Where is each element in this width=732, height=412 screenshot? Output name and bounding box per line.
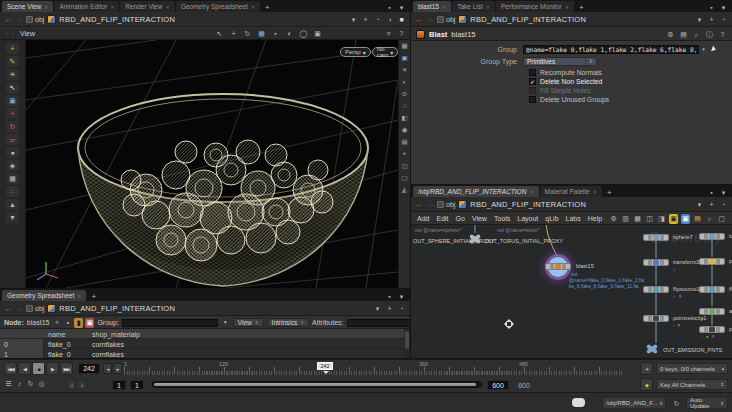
close-icon[interactable]: ✕ xyxy=(251,4,255,10)
context-badge[interactable]: obj xyxy=(437,201,455,208)
no-cam-button[interactable]: No cam▾ xyxy=(372,47,398,57)
pin-icon[interactable]: + xyxy=(707,199,716,209)
color-palette-icon[interactable]: ▣ xyxy=(669,214,678,224)
node-flag[interactable] xyxy=(550,264,554,269)
keys-info-box[interactable]: 0 keys, 0/0 channels▴ xyxy=(656,363,728,374)
next-frame-button[interactable]: ▸ xyxy=(113,363,122,374)
pane-menu-icon[interactable]: ▾ xyxy=(719,187,728,197)
context-badge[interactable]: obj xyxy=(437,16,455,23)
forward-icon[interactable]: → xyxy=(426,200,434,209)
close-icon[interactable]: ✕ xyxy=(593,189,597,195)
select-geometry-icon[interactable] xyxy=(711,45,717,52)
grid-snap-icon[interactable]: ◫ xyxy=(645,214,654,224)
path-node-name[interactable]: RBD_AND_FLIP_INTERACTION xyxy=(59,304,175,313)
forward-icon[interactable]: → xyxy=(15,15,23,24)
path-node-name[interactable]: RBD_AND_FLIP_INTERACTION xyxy=(470,200,586,209)
node-label-out-sphere[interactable]: OUT_SPHERE_INITIAL_PROXY xyxy=(413,238,494,244)
group-filter-input[interactable] xyxy=(122,319,218,327)
view-normals-icon[interactable]: ⊙ xyxy=(400,90,410,99)
keyframe-button[interactable]: ◆ xyxy=(640,378,653,391)
menu-help[interactable]: Help xyxy=(588,215,602,222)
node-label-flipsource1[interactable]: flipsource1 xyxy=(673,286,700,292)
tab-material-palette[interactable]: Material Palette✕ xyxy=(540,186,602,197)
group-dropdown-icon[interactable]: ▾ xyxy=(699,44,708,54)
message-bubble-icon[interactable] xyxy=(572,398,585,407)
play-forward-button[interactable]: ▶ xyxy=(46,362,59,375)
tab-animation-editor[interactable]: Animation Editor✕ xyxy=(54,1,119,12)
checkbox-delete-unused-groups[interactable]: Delete Unused Groups xyxy=(529,95,609,104)
close-icon[interactable]: ✕ xyxy=(110,4,114,10)
help-icon[interactable]: ? xyxy=(718,29,727,39)
node-blast15[interactable] xyxy=(545,263,571,270)
node-polyextrude[interactable] xyxy=(699,258,725,265)
network-canvas[interactable]: Geometry not @name=sphere* not @name=tor… xyxy=(411,225,732,358)
notes-icon[interactable]: ▤ xyxy=(693,214,702,224)
go-end-button[interactable]: ▶▶| xyxy=(60,362,73,375)
secure-selection-icon[interactable]: ▣ xyxy=(6,95,19,106)
play-reverse-button[interactable]: ◀ xyxy=(18,362,31,375)
path-dropdown-icon[interactable]: ▾ xyxy=(695,14,704,24)
path-node-name[interactable]: RBD_AND_FLIP_INTERACTION xyxy=(470,15,586,24)
tab-take-list[interactable]: Take List✕ xyxy=(452,1,495,12)
save-preset-icon[interactable]: ▤ xyxy=(679,29,688,39)
lock-icon[interactable]: ▮ xyxy=(74,318,83,328)
context-path-selector[interactable]: /obj/RBD_AND_F...⇕ xyxy=(602,397,666,409)
simulation-flag-button[interactable]: ✳ xyxy=(640,362,653,375)
attributes-filter-input[interactable] xyxy=(347,319,410,327)
checkbox-box[interactable]: ✓ xyxy=(529,78,536,85)
follow-dot-icon[interactable]: • xyxy=(63,318,72,328)
info-icon[interactable]: ⓘ xyxy=(705,29,714,39)
shade-mode-icon[interactable]: ◐ xyxy=(285,29,294,39)
null-node-out-torus[interactable] xyxy=(468,233,482,244)
pose-tool-icon[interactable]: ● xyxy=(6,147,19,158)
menu-edit[interactable]: Edit xyxy=(436,215,448,222)
node-label-sphere7[interactable]: sphere7 xyxy=(673,234,693,240)
handle-mode-icon[interactable]: ↻ xyxy=(243,29,252,39)
box-select-icon[interactable]: ▪ xyxy=(271,29,280,39)
close-icon[interactable]: ✕ xyxy=(165,4,169,10)
pane-maximize-icon[interactable]: ▪ xyxy=(707,187,716,197)
back-icon[interactable]: ← xyxy=(4,15,12,24)
menu-layout[interactable]: Layout xyxy=(517,215,538,222)
tree-view-icon[interactable]: ▥ xyxy=(621,214,630,224)
checkbox-delete-non-selected[interactable]: ✓ Delete Non Selected xyxy=(529,77,602,86)
pane-menu-icon[interactable]: ▾ xyxy=(397,2,406,12)
cplane-tool-icon[interactable]: ▦ xyxy=(6,173,19,184)
menu-labs[interactable]: Labs xyxy=(566,215,581,222)
view-lock-icon[interactable]: ▣ xyxy=(400,54,410,63)
shape-palette-icon[interactable]: ▣ xyxy=(681,214,690,224)
viewport-3d[interactable]: Persp▾ No cam▾ xyxy=(26,40,398,288)
menu-go[interactable]: Go xyxy=(456,215,465,222)
select-tool-icon[interactable]: ↖ xyxy=(6,82,19,93)
normals-tool-icon[interactable]: ▲ xyxy=(6,199,19,210)
checkbox-box[interactable] xyxy=(529,96,536,103)
sim-reset-icon[interactable]: ↻ xyxy=(26,378,35,388)
pane-maximize-icon[interactable]: ▪ xyxy=(385,2,394,12)
snap-grid-icon[interactable]: ▦ xyxy=(257,29,266,39)
group-type-dropdown[interactable]: Primitives⇕ xyxy=(523,57,597,66)
checkbox-recompute-normals[interactable]: Recompute Normals xyxy=(529,68,602,77)
new-tab-button[interactable]: + xyxy=(261,3,274,12)
node-label-blast15[interactable]: blast15 xyxy=(576,263,594,269)
audio-icon[interactable]: ♪ xyxy=(15,378,24,388)
select-mode-icon[interactable]: ↖ xyxy=(215,29,224,39)
grid-lines-icon[interactable]: ◨ xyxy=(657,214,666,224)
tab-scene-view[interactable]: Scene View✕ xyxy=(2,1,53,12)
table-row[interactable]: 1 flake_0 cornflakes xyxy=(0,349,404,358)
node-flipsource1[interactable] xyxy=(643,286,669,293)
new-tab-button[interactable]: + xyxy=(87,292,100,301)
range-start-field[interactable]: 1 xyxy=(112,380,126,390)
key-all-channels-dropdown[interactable]: Key All Channels⇕ xyxy=(656,379,728,390)
node-value[interactable]: blast15 xyxy=(27,319,50,326)
refresh-icon[interactable]: ↻ xyxy=(672,398,681,408)
menu-tools[interactable]: Tools xyxy=(494,215,510,222)
pane-maximize-icon[interactable]: ▪ xyxy=(385,291,394,301)
column-header-shop-materialpath[interactable]: shop_materialp xyxy=(92,329,140,339)
view-points-icon[interactable]: ∴ xyxy=(400,102,410,111)
tools-icon[interactable]: ⚙ xyxy=(609,214,618,224)
wireframe-icon[interactable]: ◯ xyxy=(299,29,308,39)
range-slider-fill[interactable] xyxy=(154,383,476,386)
drag-handle-icon[interactable]: ⋮⋮ xyxy=(4,30,16,37)
view-fog-icon[interactable]: ▤ xyxy=(400,138,410,147)
node-transform31[interactable] xyxy=(643,259,669,266)
